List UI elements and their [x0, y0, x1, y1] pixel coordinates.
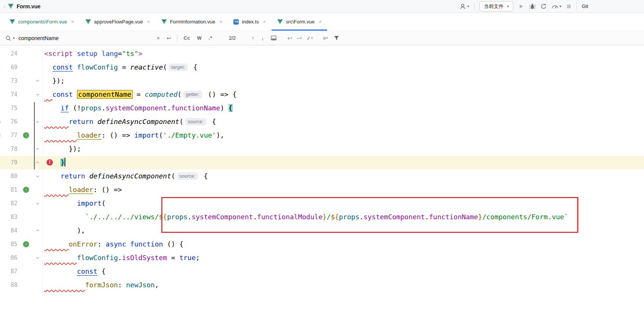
- code-line[interactable]: import(: [42, 197, 644, 210]
- line-number[interactable]: 69: [0, 60, 17, 74]
- line-number[interactable]: 74: [0, 88, 17, 101]
- fold-marker-icon[interactable]: [36, 229, 40, 232]
- git-menu[interactable]: Git: [582, 3, 588, 9]
- rerun-icon[interactable]: [541, 3, 547, 9]
- editor-row[interactable]: 24<script setup lang="ts">: [0, 47, 644, 60]
- editor-tab[interactable]: approveFlowPage.vue×: [80, 13, 156, 31]
- search-settings-icon[interactable]: ≡▾: [323, 35, 328, 41]
- override-marker-icon[interactable]: ↑: [23, 187, 29, 193]
- fold-marker-icon[interactable]: [36, 161, 40, 164]
- whole-words-toggle[interactable]: W: [197, 35, 202, 41]
- editor-tab[interactable]: src\Form.vue×: [272, 13, 327, 31]
- code-line[interactable]: loader: () =>: [42, 183, 644, 197]
- code-line[interactable]: ),: [42, 224, 644, 237]
- code-line[interactable]: });: [42, 142, 644, 156]
- line-number[interactable]: 77: [0, 129, 17, 142]
- newline-icon[interactable]: ↩: [167, 35, 171, 41]
- editor-row[interactable]: 79! }: [0, 156, 644, 169]
- code-line[interactable]: const {: [42, 265, 644, 278]
- editor-row[interactable]: 82 import(: [0, 197, 644, 210]
- editor-row[interactable]: 81↑ loader: () =>: [0, 183, 644, 197]
- run-configuration-selector[interactable]: 当前文件 ▾: [479, 1, 513, 11]
- editor-tab[interactable]: components\Form.vue×: [4, 13, 80, 31]
- code-line[interactable]: `./../../../views/${props.systemComponen…: [42, 210, 644, 224]
- tab-close-icon[interactable]: ×: [147, 19, 150, 25]
- profiler-button[interactable]: ▾: [551, 3, 561, 9]
- editor-row[interactable]: 69 const flowConfig = reactive(target: {: [0, 60, 644, 74]
- fold-marker-icon[interactable]: [36, 93, 40, 96]
- editor-row[interactable]: 83 `./../../../views/${props.systemCompo…: [0, 210, 644, 224]
- code-editor[interactable]: 24<script setup lang="ts">69 const flowC…: [0, 45, 644, 310]
- line-number[interactable]: 84: [0, 224, 17, 237]
- code-line[interactable]: const componentName = computed(getter: (…: [42, 88, 644, 101]
- code-line[interactable]: flowConfig.isOldSystem = true;: [42, 251, 644, 265]
- tab-close-icon[interactable]: ×: [219, 19, 222, 25]
- line-number[interactable]: 24: [0, 47, 17, 60]
- override-marker-icon[interactable]: ↑: [23, 132, 29, 138]
- override-marker-icon[interactable]: ↑: [23, 241, 29, 247]
- line-number[interactable]: 79: [0, 156, 17, 169]
- fold-marker-icon[interactable]: [36, 175, 40, 178]
- editor-tab[interactable]: FormInformation.vue×: [156, 13, 228, 31]
- run-button[interactable]: [518, 3, 524, 9]
- fold-marker-icon[interactable]: [36, 120, 40, 123]
- editor-row[interactable]: 75 if (!props.systemComponent.functionNa…: [0, 101, 644, 115]
- filter-icon[interactable]: [334, 36, 339, 40]
- code-line[interactable]: });: [42, 74, 644, 88]
- code-line[interactable]: return defineAsyncComponent(source: {: [42, 115, 644, 129]
- code-line[interactable]: loader: () => import('./Empty.vue'),: [42, 129, 644, 142]
- stop-button[interactable]: [566, 4, 571, 9]
- line-number[interactable]: 87: [0, 265, 17, 278]
- line-number[interactable]: 75: [0, 101, 17, 115]
- editor-row[interactable]: 74 const componentName = computed(getter…: [0, 88, 644, 101]
- fold-marker-icon[interactable]: [36, 79, 40, 82]
- debug-button[interactable]: [529, 3, 536, 9]
- line-number[interactable]: 88: [0, 278, 17, 292]
- match-case-toggle[interactable]: Cc: [184, 35, 190, 41]
- editor-row[interactable]: 88 formJson: newJson,: [0, 278, 644, 292]
- find-remove-selection-icon[interactable]: −II: [297, 35, 301, 41]
- editor-row[interactable]: 577↑ loader: () => import('./Empty.vue')…: [0, 129, 644, 142]
- search-query[interactable]: componentName: [19, 35, 157, 41]
- editor-row[interactable]: 84 ),: [0, 224, 644, 237]
- editor-row[interactable]: 85↑ onError: async function () {: [0, 237, 644, 251]
- fold-marker-icon[interactable]: [36, 202, 40, 205]
- tab-close-icon[interactable]: ×: [263, 19, 266, 25]
- code-line[interactable]: if (!props.systemComponent.functionName)…: [42, 101, 644, 115]
- fold-marker-icon[interactable]: [36, 147, 40, 150]
- editor-row[interactable]: 676 return defineAsyncComponent(source: …: [0, 115, 644, 129]
- open-in-tool-window-icon[interactable]: [271, 36, 276, 40]
- editor-row[interactable]: 86 flowConfig.isOldSystem = true;: [0, 251, 644, 265]
- search-icon[interactable]: [5, 35, 11, 41]
- line-number[interactable]: 78: [0, 142, 17, 156]
- editor-row[interactable]: 78 });: [0, 142, 644, 156]
- editor-row[interactable]: 73 });: [0, 74, 644, 88]
- tab-close-icon[interactable]: ×: [319, 19, 322, 25]
- find-select-all-icon[interactable]: ✓II: [306, 35, 312, 41]
- search-history-chevron-icon[interactable]: ▾: [13, 36, 15, 40]
- line-number[interactable]: 76: [0, 115, 17, 129]
- fold-marker-icon[interactable]: [36, 256, 40, 259]
- next-match-button[interactable]: ↓: [261, 35, 264, 41]
- code-line[interactable]: return defineAsyncComponent(source: {: [42, 169, 644, 183]
- code-with-me-users-button[interactable]: ▾: [459, 3, 469, 10]
- line-number[interactable]: 82: [0, 197, 17, 210]
- regex-toggle[interactable]: .*: [208, 35, 212, 41]
- clear-search-icon[interactable]: ×: [157, 35, 160, 41]
- code-line[interactable]: <script setup lang="ts">: [42, 47, 644, 60]
- line-number[interactable]: 73: [0, 74, 17, 88]
- editor-row[interactable]: 80 return defineAsyncComponent(source: {: [0, 169, 644, 183]
- code-line[interactable]: const flowConfig = reactive(target: {: [42, 60, 644, 74]
- code-line[interactable]: formJson: newJson,: [42, 278, 644, 292]
- editor-tab[interactable]: TSindex.ts×: [228, 13, 271, 31]
- line-number[interactable]: 81: [0, 183, 17, 197]
- tab-close-icon[interactable]: ×: [71, 19, 74, 25]
- editor-row[interactable]: 87 const {: [0, 265, 644, 278]
- previous-match-button[interactable]: ↑: [252, 35, 255, 41]
- error-icon[interactable]: !: [46, 159, 53, 166]
- line-number[interactable]: 83: [0, 210, 17, 224]
- line-number[interactable]: 80: [0, 169, 17, 183]
- line-number[interactable]: 85: [0, 237, 17, 251]
- code-line[interactable]: ! }: [42, 156, 644, 169]
- find-add-selection-icon[interactable]: +II: [287, 35, 292, 41]
